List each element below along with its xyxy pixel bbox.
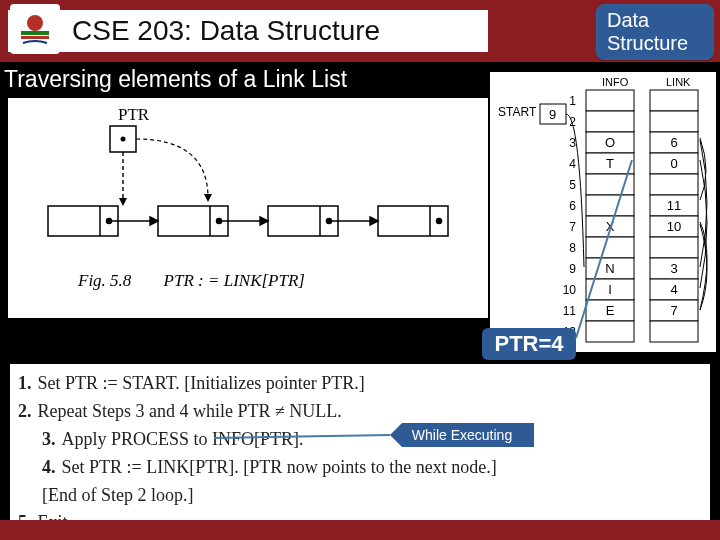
title-bar: CSE 203: Data Structure <box>8 10 488 52</box>
header-bar: CSE 203: Data Structure Data Structure <box>0 0 720 62</box>
svg-text:O: O <box>605 135 615 150</box>
svg-text:N: N <box>605 261 614 276</box>
svg-text:2: 2 <box>569 115 576 129</box>
svg-text:4: 4 <box>670 282 677 297</box>
algorithm-panel: 1.Set PTR := START. [Initializes pointer… <box>10 364 710 524</box>
arrays-panel: INFO LINK START 9 123O64T056117X1089N310… <box>490 72 716 352</box>
svg-marker-6 <box>119 198 127 206</box>
svg-text:6: 6 <box>569 199 576 213</box>
figure-panel: PTR Fig. <box>8 98 488 318</box>
svg-marker-20 <box>150 217 158 225</box>
svg-rect-47 <box>586 195 634 216</box>
svg-rect-32 <box>650 111 698 132</box>
svg-text:I: I <box>608 282 612 297</box>
badge-line-1: Data <box>607 9 703 32</box>
university-logo <box>10 4 60 54</box>
svg-text:3: 3 <box>670 261 677 276</box>
badge-data-structure: Data Structure <box>596 4 714 60</box>
svg-rect-45 <box>650 174 698 195</box>
svg-point-18 <box>437 219 442 224</box>
svg-rect-44 <box>586 174 634 195</box>
svg-text:10: 10 <box>563 283 577 297</box>
algorithm-step: 2.Repeat Steps 3 and 4 while PTR ≠ NULL. <box>18 398 702 426</box>
svg-text:7: 7 <box>670 303 677 318</box>
svg-marker-25 <box>204 194 212 202</box>
svg-text:6: 6 <box>670 135 677 150</box>
svg-text:10: 10 <box>667 219 681 234</box>
svg-point-15 <box>327 219 332 224</box>
svg-text:11: 11 <box>563 304 577 318</box>
start-value: 9 <box>549 107 556 122</box>
header-info: INFO <box>602 76 629 88</box>
ptr-value-callout: PTR=4 <box>482 328 576 360</box>
svg-marker-22 <box>260 217 268 225</box>
figure-caption: Fig. 5.8 PTR : = LINK[PTR] <box>77 271 305 290</box>
ptr-label: PTR <box>118 105 150 124</box>
svg-marker-24 <box>370 217 378 225</box>
svg-rect-28 <box>586 90 634 111</box>
svg-text:E: E <box>606 303 615 318</box>
algorithm-step: 3.Apply PROCESS to INFO[PTR]. <box>18 426 702 454</box>
svg-text:8: 8 <box>569 241 576 255</box>
info-link-arrays: INFO LINK START 9 123O64T056117X1089N310… <box>490 72 716 352</box>
svg-rect-1 <box>21 31 49 35</box>
svg-text:5: 5 <box>569 178 576 192</box>
while-executing-label: While Executing <box>390 423 534 447</box>
badge-line-2: Structure <box>607 32 703 55</box>
svg-text:1: 1 <box>569 94 576 108</box>
svg-point-0 <box>27 15 43 31</box>
algorithm-step: 1.Set PTR := START. [Initializes pointer… <box>18 370 702 398</box>
svg-text:T: T <box>606 156 614 171</box>
svg-point-4 <box>121 137 126 142</box>
header-link: LINK <box>666 76 691 88</box>
algorithm-end-loop: [End of Step 2 loop.] <box>18 482 702 510</box>
svg-rect-31 <box>586 111 634 132</box>
course-title: CSE 203: Data Structure <box>72 15 380 47</box>
linked-list-diagram: PTR Fig. <box>8 98 488 318</box>
svg-point-12 <box>217 219 222 224</box>
svg-rect-57 <box>650 237 698 258</box>
algorithm-step: 4.Set PTR := LINK[PTR]. [PTR now points … <box>18 454 702 482</box>
svg-rect-29 <box>650 90 698 111</box>
svg-text:7: 7 <box>569 220 576 234</box>
svg-rect-2 <box>21 36 49 39</box>
start-label: START <box>498 105 537 119</box>
svg-rect-74 <box>586 321 634 342</box>
svg-text:11: 11 <box>667 198 681 213</box>
svg-rect-75 <box>650 321 698 342</box>
footer-bar <box>0 520 720 540</box>
svg-text:0: 0 <box>670 156 677 171</box>
svg-rect-56 <box>586 237 634 258</box>
svg-text:9: 9 <box>569 262 576 276</box>
svg-point-9 <box>107 219 112 224</box>
svg-text:4: 4 <box>569 157 576 171</box>
svg-text:X: X <box>606 219 615 234</box>
